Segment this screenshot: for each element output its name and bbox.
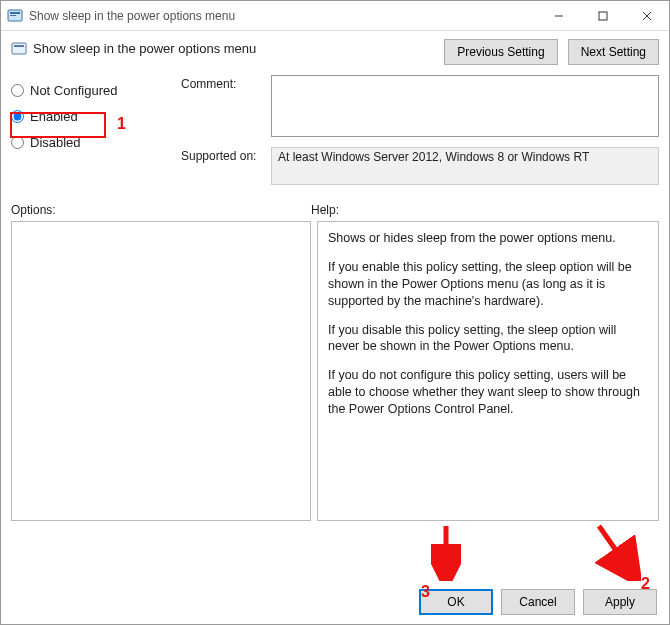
maximize-button[interactable] xyxy=(581,1,625,31)
supported-label: Supported on: xyxy=(181,147,271,185)
content-area: Show sleep in the power options menu Pre… xyxy=(1,31,669,521)
comment-row: Comment: xyxy=(181,75,659,137)
radio-disabled-input[interactable] xyxy=(11,136,24,149)
header-row: Show sleep in the power options menu Pre… xyxy=(11,39,659,65)
radio-enabled[interactable]: Enabled xyxy=(11,103,161,129)
previous-setting-button[interactable]: Previous Setting xyxy=(444,39,557,65)
config-area: Not Configured Enabled Disabled Comment:… xyxy=(11,75,659,195)
close-button[interactable] xyxy=(625,1,669,31)
radio-not-configured-label: Not Configured xyxy=(30,83,117,98)
svg-rect-2 xyxy=(10,15,16,16)
ok-button[interactable]: OK xyxy=(419,589,493,615)
radio-not-configured-input[interactable] xyxy=(11,84,24,97)
options-label: Options: xyxy=(11,203,311,217)
next-setting-button[interactable]: Next Setting xyxy=(568,39,659,65)
radio-disabled[interactable]: Disabled xyxy=(11,129,161,155)
nav-buttons: Previous Setting Next Setting xyxy=(444,39,659,65)
radio-disabled-label: Disabled xyxy=(30,135,81,150)
supported-row: Supported on: At least Windows Server 20… xyxy=(181,147,659,185)
footer: OK Cancel Apply xyxy=(1,580,669,624)
radio-enabled-label: Enabled xyxy=(30,109,78,124)
comment-label: Comment: xyxy=(181,75,271,137)
apply-button[interactable]: Apply xyxy=(583,589,657,615)
window-title: Show sleep in the power options menu xyxy=(29,9,537,23)
svg-rect-1 xyxy=(10,12,20,14)
annotation-arrow-ok xyxy=(431,521,461,581)
state-radio-group: Not Configured Enabled Disabled xyxy=(11,75,161,195)
help-label: Help: xyxy=(311,203,339,217)
svg-rect-7 xyxy=(12,43,26,54)
panes-row: Shows or hides sleep from the power opti… xyxy=(11,221,659,521)
help-text-p4: If you do not configure this policy sett… xyxy=(328,367,648,418)
cancel-button[interactable]: Cancel xyxy=(501,589,575,615)
svg-rect-4 xyxy=(599,12,607,20)
help-pane: Shows or hides sleep from the power opti… xyxy=(317,221,659,521)
svg-line-10 xyxy=(599,526,629,569)
help-text-p2: If you enable this policy setting, the s… xyxy=(328,259,648,310)
policy-icon xyxy=(11,41,27,57)
help-text-p3: If you disable this policy setting, the … xyxy=(328,322,648,356)
help-text-p1: Shows or hides sleep from the power opti… xyxy=(328,230,648,247)
comment-input[interactable] xyxy=(271,75,659,137)
radio-enabled-input[interactable] xyxy=(11,110,24,123)
supported-value: At least Windows Server 2012, Windows 8 … xyxy=(271,147,659,185)
fields-column: Comment: Supported on: At least Windows … xyxy=(181,75,659,195)
titlebar: Show sleep in the power options menu xyxy=(1,1,669,31)
pane-labels: Options: Help: xyxy=(11,203,659,217)
radio-not-configured[interactable]: Not Configured xyxy=(11,77,161,103)
app-icon xyxy=(7,8,23,24)
options-pane xyxy=(11,221,311,521)
annotation-arrow-apply xyxy=(591,521,641,581)
svg-rect-8 xyxy=(14,45,24,47)
minimize-button[interactable] xyxy=(537,1,581,31)
policy-title: Show sleep in the power options menu xyxy=(33,39,256,56)
